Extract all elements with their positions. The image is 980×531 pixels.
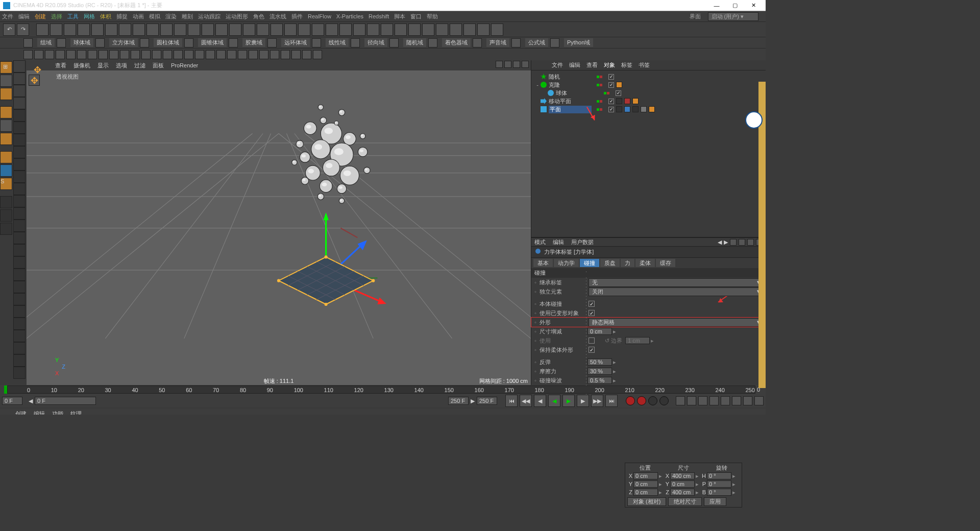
vp-menu[interactable]: 查看 — [55, 62, 66, 69]
field-icon[interactable] — [511, 38, 521, 47]
play-back[interactable]: ◀ — [548, 395, 560, 407]
close-button[interactable]: ✕ — [744, 2, 763, 9]
attr-tab[interactable]: 质盘 — [600, 259, 620, 267]
menu-网格[interactable]: 网格 — [84, 13, 95, 20]
mat-tab[interactable]: 编辑 — [34, 410, 45, 415]
toolbar-button[interactable] — [174, 23, 186, 36]
om-corner[interactable]: ⊞ — [3, 63, 8, 70]
icon-button[interactable] — [281, 50, 290, 59]
icon-button[interactable] — [302, 50, 311, 59]
attr-mode[interactable]: 编辑 — [553, 238, 564, 246]
attr-tab[interactable]: 碰撞 — [580, 259, 599, 267]
toolbar-button[interactable] — [367, 23, 379, 36]
toolbar-button[interactable] — [395, 23, 407, 36]
om-tab[interactable]: 标签 — [621, 60, 632, 70]
step-back[interactable]: ◀◀ — [520, 395, 532, 407]
icon-button[interactable] — [88, 50, 97, 59]
menu-运动图形[interactable]: 运动图形 — [226, 13, 248, 20]
field-label[interactable]: 声音域 — [486, 38, 509, 47]
view-icon[interactable] — [513, 61, 520, 68]
icon-button[interactable] — [184, 50, 193, 59]
mode-slot[interactable] — [13, 207, 26, 220]
menu-渲染[interactable]: 渲染 — [165, 13, 177, 20]
icon-button[interactable] — [77, 50, 86, 59]
field-icon[interactable] — [23, 38, 33, 47]
toolbar-button[interactable] — [436, 23, 448, 36]
prop-checkbox[interactable]: ✓ — [589, 347, 595, 353]
menu-插件[interactable]: 插件 — [291, 13, 303, 20]
icon-button[interactable] — [291, 50, 301, 59]
field-label[interactable]: 着色器域 — [442, 38, 471, 47]
toolbar-button[interactable] — [450, 23, 462, 36]
minimize-button[interactable]: — — [707, 3, 726, 9]
anim-opt[interactable] — [743, 396, 752, 405]
menu-窗口[interactable]: 窗口 — [410, 13, 422, 20]
right-dock-strip[interactable] — [758, 82, 766, 388]
field-label[interactable]: 公式域 — [525, 38, 548, 47]
tool-s[interactable]: S — [0, 178, 12, 190]
toolbar-button[interactable] — [202, 23, 214, 36]
play-forward[interactable]: ▶ — [562, 395, 575, 407]
record-button[interactable] — [626, 396, 635, 405]
toolbar-button[interactable] — [381, 23, 393, 36]
toolbar-button[interactable] — [312, 23, 324, 36]
toolbar-button[interactable] — [491, 23, 503, 36]
frame-range-b[interactable]: 250 F — [477, 397, 497, 405]
attr-btn[interactable] — [747, 239, 754, 246]
anim-opt[interactable] — [732, 396, 741, 405]
field-label[interactable]: 径向域 — [364, 38, 387, 47]
icon-button[interactable] — [66, 50, 76, 59]
attr-btn[interactable] — [739, 239, 745, 246]
attr-mode[interactable]: 用户数据 — [571, 238, 594, 246]
icon-button[interactable] — [206, 50, 215, 59]
anim-opt[interactable] — [687, 396, 696, 405]
field-label[interactable]: 立方体域 — [109, 38, 138, 47]
field-icon[interactable] — [550, 38, 559, 47]
prop-checkbox[interactable]: ✓ — [589, 301, 595, 307]
field-icon[interactable] — [140, 38, 149, 47]
field-icon[interactable] — [267, 38, 277, 47]
prop-checkbox[interactable] — [589, 337, 595, 344]
icon-button[interactable] — [34, 50, 43, 59]
attr-tab[interactable]: 柔体 — [635, 259, 655, 267]
prop-value[interactable]: 1 cm — [625, 337, 650, 344]
mode-slot[interactable] — [13, 158, 26, 171]
key-button[interactable] — [659, 396, 669, 405]
mode-slot[interactable] — [13, 134, 26, 146]
anim-opt[interactable] — [709, 396, 719, 405]
object-manager[interactable]: 随机✓-克隆✓球体✓移动平面✓平面✓ — [531, 70, 766, 237]
toolbar-button[interactable] — [105, 23, 117, 36]
mode-slot[interactable] — [13, 171, 26, 183]
mode-slot[interactable] — [13, 122, 26, 134]
tool-pen[interactable] — [0, 164, 12, 177]
toolbar-button[interactable] — [229, 23, 241, 36]
toolbar-button[interactable] — [298, 23, 310, 36]
tool-button[interactable] — [0, 106, 12, 118]
object-row[interactable]: 球体✓ — [534, 89, 763, 97]
mode-slot[interactable] — [13, 342, 26, 354]
icon-button[interactable] — [195, 50, 204, 59]
om-tab[interactable]: 书签 — [639, 60, 650, 70]
icon-button[interactable] — [23, 50, 33, 59]
icon-button[interactable] — [120, 50, 129, 59]
object-row[interactable]: -克隆✓ — [534, 81, 763, 89]
vp-menu[interactable]: 摄像机 — [74, 62, 90, 69]
goto-end[interactable]: ⏭ — [605, 395, 618, 407]
view-icon[interactable] — [522, 61, 529, 68]
vp-menu[interactable]: ProRender — [171, 62, 198, 68]
mode-slot[interactable] — [13, 73, 26, 85]
tool-magnet[interactable] — [0, 196, 12, 208]
mode-slot[interactable] — [13, 293, 26, 305]
toolbar-button[interactable] — [36, 23, 48, 36]
icon-button[interactable] — [131, 50, 140, 59]
menu-工具[interactable]: 工具 — [67, 13, 79, 20]
mode-slot[interactable] — [13, 232, 26, 244]
field-label[interactable]: 随机域 — [403, 38, 426, 47]
mat-tab[interactable]: 功能 — [52, 410, 63, 415]
om-tab[interactable]: 文件 — [552, 60, 563, 70]
menu-捕捉[interactable]: 捕捉 — [116, 13, 128, 20]
frame-back[interactable]: ◀ — [534, 395, 546, 407]
icon-button[interactable] — [174, 50, 183, 59]
toolbar-button[interactable] — [78, 23, 90, 36]
menu-动画[interactable]: 动画 — [133, 13, 144, 20]
